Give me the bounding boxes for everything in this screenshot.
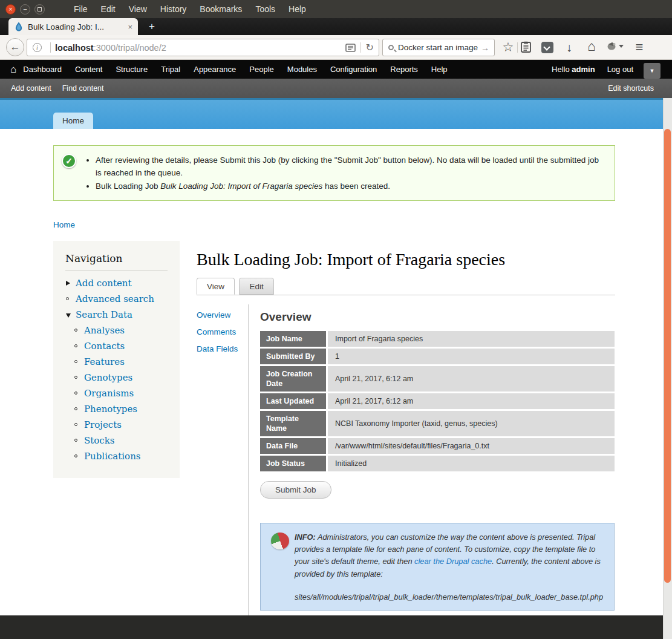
shortcut-find-content[interactable]: Find content: [62, 84, 104, 93]
divider: [517, 42, 518, 53]
menu-view[interactable]: View: [122, 4, 154, 14]
subnav-comments[interactable]: Comments: [197, 327, 248, 336]
overview-pane: Overview Job Name Import of Fragaria spe…: [248, 304, 615, 619]
window-minimize-button[interactable]: –: [20, 4, 30, 15]
sidebar-item-projects[interactable]: Projects: [65, 419, 168, 431]
sidebar-link[interactable]: Search Data: [76, 309, 132, 320]
reader-mode-icon[interactable]: [345, 44, 356, 52]
admin-item-configuration[interactable]: Configuration: [324, 65, 383, 74]
menu-history[interactable]: History: [154, 4, 194, 14]
admin-item-reports[interactable]: Reports: [383, 65, 425, 74]
admin-item-help[interactable]: Help: [425, 65, 454, 74]
home-tab[interactable]: Home: [53, 113, 93, 129]
scrollbar-thumb[interactable]: [664, 129, 671, 583]
row-label: Submitted By: [260, 349, 328, 366]
sidebar-item-add-content[interactable]: Add content: [65, 277, 168, 289]
sidebar-item-analyses[interactable]: Analyses: [65, 324, 168, 336]
browser-tab[interactable]: Bulk Loading Job: I... ×: [8, 18, 138, 35]
sidebar-link[interactable]: Add content: [76, 278, 132, 289]
admin-item-appearance[interactable]: Appearance: [187, 65, 243, 74]
divider: [360, 42, 360, 53]
downloads-icon[interactable]: ↓: [563, 40, 576, 54]
chevron-down-icon[interactable]: [619, 45, 624, 48]
bookmarks-menu-icon[interactable]: [521, 41, 531, 53]
sidebar-link[interactable]: Organisms: [84, 388, 134, 399]
username-link[interactable]: admin: [572, 65, 595, 74]
sidebar-link[interactable]: Phenotypes: [84, 404, 137, 415]
tab-edit[interactable]: Edit: [239, 278, 273, 295]
browser-tabstrip: Bulk Loading Job: I... × +: [0, 18, 672, 35]
sidebar-link[interactable]: Stocks: [84, 435, 115, 446]
clear-cache-link[interactable]: clear the Drupal cache: [414, 557, 492, 566]
sidebar-item-contacts[interactable]: Contacts: [65, 340, 168, 352]
menu-help[interactable]: Help: [282, 4, 313, 14]
site-info-icon[interactable]: i: [33, 43, 42, 52]
sidebar-link[interactable]: Projects: [84, 419, 122, 430]
admin-item-people[interactable]: People: [243, 65, 280, 74]
menu-file[interactable]: File: [67, 4, 94, 14]
menu-tools[interactable]: Tools: [249, 4, 282, 14]
search-bar[interactable]: Docker start an image →: [382, 39, 495, 56]
admin-item-structure[interactable]: Structure: [109, 65, 154, 74]
row-value: 1: [328, 349, 615, 366]
subnav-data-fields[interactable]: Data Fields: [197, 344, 248, 353]
sidebar-link[interactable]: Advanced search: [76, 293, 154, 304]
sidebar-link[interactable]: Publications: [84, 451, 141, 462]
hamburger-menu-icon[interactable]: ≡: [631, 40, 647, 54]
edit-shortcuts-link[interactable]: Edit shortcuts: [608, 84, 654, 93]
admin-item-dashboard[interactable]: Dashboard: [16, 65, 68, 74]
menu-bookmarks[interactable]: Bookmarks: [193, 4, 249, 14]
window-close-button[interactable]: ×: [5, 4, 16, 15]
divider: [50, 42, 51, 53]
window-maximize-button[interactable]: [34, 4, 45, 15]
minimize-icon: –: [23, 6, 27, 13]
tab-close-icon[interactable]: ×: [128, 22, 132, 31]
toolbar-toggle-button[interactable]: ▼: [644, 63, 661, 79]
home-icon[interactable]: ⌂: [584, 39, 599, 53]
table-row: Job Creation Date April 21, 2017, 6:12 a…: [260, 366, 615, 393]
sidebar-link[interactable]: Analyses: [84, 325, 125, 336]
search-go-icon[interactable]: →: [481, 43, 489, 53]
job-details-table: Job Name Import of Fragaria species Subm…: [260, 331, 615, 473]
sidebar-link[interactable]: Features: [84, 356, 125, 367]
logout-link[interactable]: Log out: [607, 65, 633, 74]
sidebar-item-stocks[interactable]: Stocks: [65, 434, 168, 447]
tab-view[interactable]: View: [197, 278, 235, 295]
menu-edit[interactable]: Edit: [94, 4, 122, 14]
bookmark-star-icon[interactable]: ☆: [501, 40, 515, 54]
admin-item-tripal[interactable]: Tripal: [154, 65, 187, 74]
subnav-overview[interactable]: Overview: [197, 310, 248, 320]
row-value: April 21, 2017, 6:12 am: [328, 393, 615, 411]
admin-home-icon[interactable]: ⌂: [10, 64, 16, 76]
sidebar-item-features[interactable]: Features: [65, 356, 168, 368]
shortcut-add-content[interactable]: Add content: [11, 84, 51, 93]
sidebar-item-publications[interactable]: Publications: [65, 450, 168, 462]
page-title: Bulk Loading Job: Import of Fragaria spe…: [197, 250, 505, 269]
new-tab-button[interactable]: +: [144, 20, 160, 33]
table-row: Last Updated April 21, 2017, 6:12 am: [260, 393, 615, 411]
row-label: Job Status: [260, 456, 328, 473]
sidebar-link[interactable]: Genotypes: [84, 372, 132, 383]
pocket-icon[interactable]: [541, 42, 553, 53]
url-bar[interactable]: i localhost:3000/tripal/node/2 ↻: [27, 39, 379, 56]
row-label: Template Name: [260, 411, 328, 438]
row-label: Job Name: [260, 331, 328, 349]
sidebar-item-phenotypes[interactable]: Phenotypes: [65, 403, 168, 415]
extension-icon[interactable]: [607, 42, 617, 51]
back-button[interactable]: ←: [6, 38, 24, 56]
sidebar-item-search-data[interactable]: Search Data: [65, 309, 168, 321]
sidebar-item-organisms[interactable]: Organisms: [65, 387, 168, 399]
sidebar-item-advanced-search[interactable]: Advanced search: [65, 293, 168, 305]
info-box: INFO: Administrators, you can customize …: [260, 523, 615, 611]
breadcrumb-home-link[interactable]: Home: [53, 220, 75, 229]
admin-item-modules[interactable]: Modules: [281, 65, 324, 74]
sidebar-link[interactable]: Contacts: [84, 341, 125, 352]
reload-icon[interactable]: ↻: [366, 42, 374, 53]
close-icon: ×: [8, 6, 12, 13]
sidebar-item-genotypes[interactable]: Genotypes: [65, 372, 168, 384]
admin-item-content[interactable]: Content: [68, 65, 109, 74]
bullet-icon: [74, 392, 77, 395]
maximize-icon: [38, 7, 42, 11]
submit-job-button[interactable]: Submit Job: [260, 481, 331, 499]
page-tabs: View Edit: [197, 277, 615, 295]
